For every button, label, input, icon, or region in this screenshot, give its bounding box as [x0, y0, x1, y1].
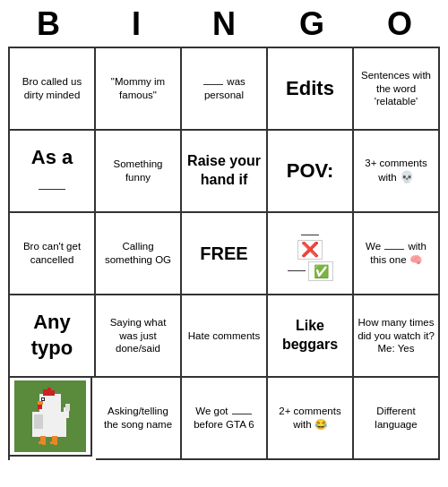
letter-g: G	[271, 5, 352, 43]
cell-r2c3: ❌ ✅	[268, 213, 354, 295]
letter-o: O	[359, 5, 440, 43]
cell-r0c4: Sentences with the word 'relatable'	[354, 48, 440, 131]
bingo-title: B I N G O	[4, 0, 444, 47]
cell-r3c2: Hate comments	[182, 295, 268, 378]
cell-r1c1: Something funny	[96, 131, 182, 213]
cell-r0c0: Bro called us dirty minded	[10, 48, 96, 131]
svg-rect-4	[38, 405, 42, 409]
svg-rect-14	[42, 443, 46, 445]
chicken-image	[14, 380, 86, 452]
cell-r3c0: Any typo	[10, 295, 96, 378]
letter-i: I	[96, 5, 177, 43]
cell-r1c2: Raise your hand if	[182, 131, 268, 213]
svg-rect-8	[47, 388, 51, 396]
bingo-grid: Bro called us dirty minded "Mommy im fam…	[8, 47, 440, 460]
cell-r4c3: 2+ comments with 😂	[268, 378, 354, 460]
cell-r1c0: As a	[10, 131, 96, 213]
check-icon: ✅	[308, 261, 333, 281]
cell-r1c4: 3+ comments with 💀	[354, 131, 440, 213]
svg-rect-9	[51, 390, 55, 396]
cross-icon: ❌	[297, 240, 323, 260]
cell-r0c1: "Mommy im famous"	[96, 48, 182, 131]
letter-n: N	[184, 5, 264, 43]
cell-r2c1: Calling something OG	[96, 213, 182, 295]
cell-r2c2: FREE	[182, 213, 268, 295]
svg-rect-18	[65, 404, 70, 411]
cell-r4c4: Different language	[354, 378, 440, 460]
cell-r4c1: Asking/telling the song name	[96, 378, 182, 460]
cell-r2c4: We with this one 🧠	[354, 213, 440, 295]
cell-r3c3: Like beggars	[268, 295, 354, 378]
cell-r4c2: We got before GTA 6	[182, 378, 268, 460]
cell-r3c4: How many times did you watch it? Me: Yes	[354, 295, 440, 378]
svg-rect-10	[34, 414, 43, 429]
svg-rect-16	[54, 443, 57, 445]
letter-b: B	[8, 5, 89, 43]
cell-r0c2: was personal	[182, 48, 268, 131]
svg-rect-15	[50, 441, 54, 444]
cell-r1c3: POV:	[268, 131, 354, 213]
svg-rect-6	[42, 398, 44, 400]
svg-rect-7	[43, 389, 47, 396]
cell-r4c0	[10, 378, 92, 457]
cell-r2c0: Bro can't get cancelled	[10, 213, 96, 295]
svg-rect-13	[39, 441, 42, 444]
cell-r0c3: Edits	[268, 48, 354, 131]
cell-r3c1: Saying what was just done/said	[96, 295, 182, 378]
svg-rect-3	[38, 401, 43, 405]
